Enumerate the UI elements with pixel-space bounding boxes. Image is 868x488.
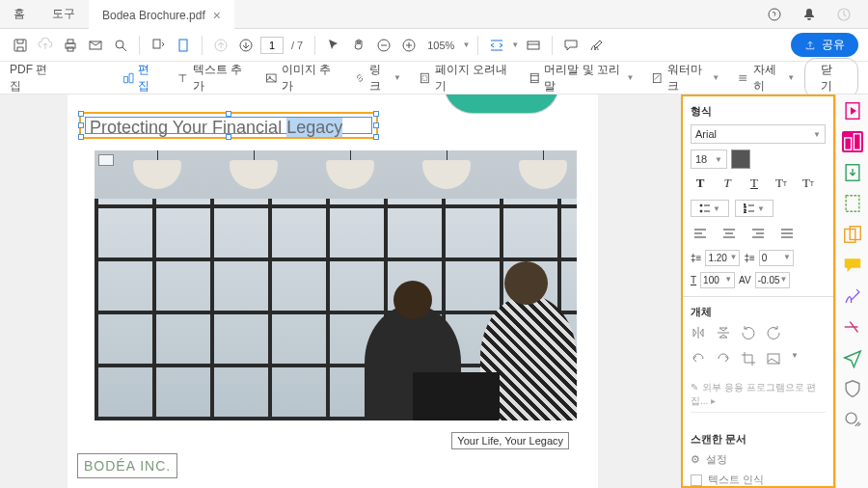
combine-icon[interactable] — [842, 224, 863, 245]
company-logo[interactable]: BODÉA INC. — [77, 453, 177, 478]
create-pdf-icon[interactable] — [842, 100, 863, 122]
fill-sign-icon[interactable] — [842, 285, 863, 307]
search-icon[interactable] — [110, 35, 131, 56]
crop-obj-icon[interactable] — [741, 351, 756, 369]
mode-label: PDF 편집 — [10, 62, 55, 95]
hand-icon[interactable] — [348, 35, 369, 56]
svg-rect-26 — [844, 138, 851, 149]
bullet-list-button[interactable]: ▼ — [691, 200, 729, 217]
caption-text[interactable]: Your Life, Your Legacy — [451, 432, 569, 449]
help-icon[interactable] — [764, 4, 785, 25]
undo-icon[interactable] — [691, 351, 706, 369]
next-page-icon[interactable] — [235, 35, 257, 56]
zoom-level[interactable]: 105% — [427, 40, 454, 51]
svg-rect-19 — [654, 73, 662, 82]
tab-tools[interactable]: 도구 — [39, 0, 89, 29]
edit-toolbar: PDF 편집 편집 텍스트 추가 이미지 추가 링크▼ 페이지 오려내기 머리말… — [0, 62, 868, 95]
align-right-button[interactable] — [748, 225, 768, 242]
zoom-out-icon[interactable] — [373, 35, 394, 56]
align-center-button[interactable] — [719, 225, 739, 242]
subscript-button[interactable]: TT — [772, 175, 791, 192]
activity-icon[interactable] — [833, 4, 854, 25]
underline-button[interactable]: T — [745, 175, 764, 192]
edit-button[interactable]: 편집 — [115, 59, 167, 97]
align-justify-button[interactable] — [777, 225, 797, 242]
print-icon[interactable] — [60, 35, 81, 56]
bold-button[interactable]: T — [691, 175, 710, 192]
protect-icon[interactable] — [842, 378, 863, 399]
tab-document-label: Bodea Brochure.pdf — [102, 9, 205, 22]
save-icon[interactable] — [10, 35, 31, 56]
add-image-button[interactable]: 이미지 추가 — [258, 59, 344, 97]
ocr-checkbox-row[interactable]: 텍스트 인식 — [691, 473, 826, 487]
scan-settings-button[interactable]: ⚙설정 — [691, 452, 826, 467]
document-canvas[interactable]: Protecting Your Financial Legacy Your Li… — [0, 95, 681, 488]
edit-pdf-icon[interactable] — [842, 131, 863, 152]
send-icon[interactable] — [842, 347, 863, 368]
zoom-in-icon[interactable] — [398, 35, 420, 56]
share-button[interactable]: 공유 — [791, 33, 858, 57]
object-title: 개체 — [691, 305, 826, 319]
cloud-upload-icon[interactable] — [35, 35, 56, 56]
ocr-checkbox[interactable] — [691, 474, 702, 486]
pointer-icon[interactable] — [323, 35, 344, 56]
fit-width-icon[interactable] — [486, 35, 507, 56]
italic-button[interactable]: T — [718, 175, 737, 192]
tab-document[interactable]: Bodea Brochure.pdf × — [89, 0, 234, 29]
svg-point-0 — [769, 9, 780, 20]
format-title: 형식 — [691, 104, 826, 119]
more-tools-icon[interactable] — [842, 409, 863, 430]
svg-point-20 — [700, 204, 702, 206]
font-select[interactable]: Arial▼ — [691, 124, 826, 144]
para-spacing-input[interactable]: 0▼ — [759, 250, 794, 266]
rotate-ccw-icon[interactable] — [741, 325, 756, 343]
more-button[interactable]: 자세히▼ — [729, 59, 802, 97]
bell-icon[interactable] — [799, 4, 820, 25]
svg-text:2: 2 — [744, 208, 746, 213]
external-edit-link[interactable]: ✎외부 응용 프로그램으로 편집... ▸ — [691, 377, 826, 413]
font-color-swatch[interactable] — [731, 149, 750, 169]
redact-icon[interactable] — [842, 316, 863, 338]
page-number-input[interactable] — [260, 37, 284, 54]
mail-icon[interactable] — [85, 35, 106, 56]
font-size-input[interactable]: 18▼ — [691, 149, 727, 169]
superscript-button[interactable]: TT — [799, 175, 818, 192]
close-editbar-button[interactable]: 닫기 — [804, 58, 858, 98]
read-mode-icon[interactable] — [523, 35, 544, 56]
tab-home[interactable]: 홈 — [0, 0, 39, 29]
add-text-button[interactable]: 텍스트 추가 — [169, 59, 256, 97]
page-display-icon[interactable] — [173, 35, 194, 56]
scan-title: 스캔한 문서 — [691, 432, 826, 447]
crop-page-button[interactable]: 페이지 오려내기 — [411, 59, 519, 97]
watermark-button[interactable]: 워터마크▼ — [643, 59, 727, 97]
organize-icon[interactable] — [842, 193, 863, 214]
text-selection-box[interactable]: Protecting Your Financial Legacy — [79, 112, 378, 139]
headline-text[interactable]: Protecting Your Financial Legacy — [86, 118, 346, 137]
rotate-cw-icon[interactable] — [766, 325, 781, 343]
export-pdf-icon[interactable] — [842, 162, 863, 183]
align-left-button[interactable] — [691, 225, 710, 242]
right-tool-rail — [835, 95, 868, 488]
flip-vertical-icon[interactable] — [691, 325, 706, 343]
prev-page-icon[interactable] — [210, 35, 231, 56]
comment-icon[interactable] — [560, 35, 582, 56]
char-spacing-input[interactable]: -0.05▼ — [755, 272, 790, 288]
char-spacing-icon: AV — [739, 275, 751, 285]
comment-rail-icon[interactable] — [842, 255, 863, 276]
hero-photo[interactable] — [95, 150, 577, 420]
link-button[interactable]: 링크▼ — [346, 59, 409, 97]
svg-point-7 — [116, 41, 123, 48]
redo-icon[interactable] — [716, 351, 731, 369]
header-footer-button[interactable]: 머리말 및 꼬리말▼ — [521, 59, 642, 97]
svg-rect-2 — [14, 40, 26, 51]
flip-horizontal-icon[interactable] — [716, 325, 731, 343]
close-tab-icon[interactable]: × — [213, 8, 221, 23]
text-scale-input[interactable]: 100▼ — [700, 272, 735, 288]
number-list-button[interactable]: 12▼ — [735, 200, 773, 217]
svg-rect-4 — [68, 40, 73, 43]
replace-image-icon[interactable] — [766, 351, 781, 369]
sign-icon[interactable] — [585, 35, 607, 56]
gear-icon: ⚙ — [691, 453, 700, 466]
line-height-input[interactable]: 1.20▼ — [705, 250, 740, 266]
page-nav-icon[interactable] — [148, 35, 169, 56]
